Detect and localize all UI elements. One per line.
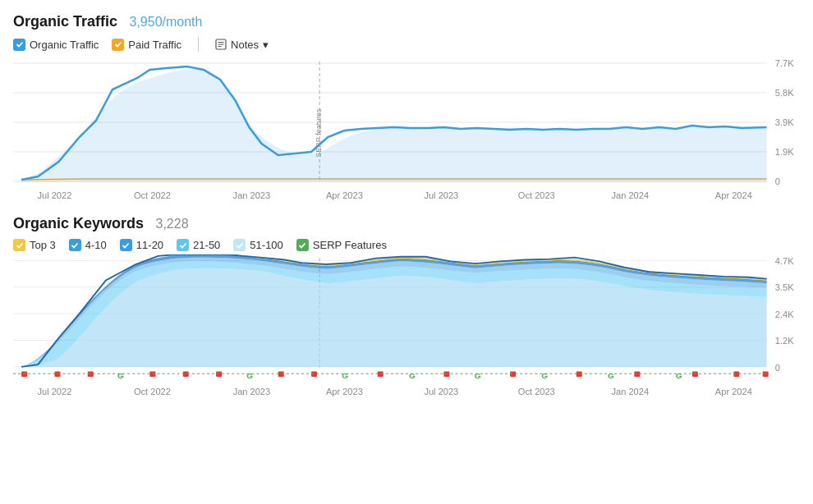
- g-marker-1: G: [117, 371, 124, 380]
- svg-text:Oct 2022: Oct 2022: [134, 190, 171, 200]
- keywords-legend-row: Top 3 4-10 11-20 21-50: [13, 239, 800, 251]
- svg-text:0: 0: [775, 176, 780, 186]
- svg-text:3.5K: 3.5K: [775, 283, 794, 292]
- notes-label: Notes: [231, 39, 259, 51]
- organic-checkbox[interactable]: [13, 39, 25, 51]
- 21-50-label: 21-50: [193, 239, 220, 251]
- svg-text:Oct 2023: Oct 2023: [518, 190, 555, 200]
- top3-checkbox[interactable]: [13, 239, 25, 251]
- organic-traffic-title: Organic Traffic: [13, 13, 117, 30]
- svg-text:Oct 2023: Oct 2023: [518, 387, 555, 396]
- 51-100-legend[interactable]: 51-100: [233, 239, 282, 251]
- organic-label: Organic Traffic: [30, 39, 99, 51]
- paid-label: Paid Traffic: [128, 39, 181, 51]
- svg-text:Jan 2023: Jan 2023: [233, 190, 271, 200]
- svg-text:Jul 2023: Jul 2023: [424, 190, 458, 200]
- g-marker-2: G: [246, 371, 253, 380]
- svg-text:4.7K: 4.7K: [775, 256, 794, 265]
- g-marker-7: G: [608, 371, 614, 380]
- paid-checkbox[interactable]: [112, 39, 124, 51]
- organic-keywords-title: Organic Keywords: [13, 215, 144, 231]
- svg-text:1.9K: 1.9K: [775, 147, 794, 157]
- svg-text:2.4K: 2.4K: [775, 309, 794, 318]
- g-marker-4: G: [409, 371, 416, 380]
- 4-10-legend[interactable]: 4-10: [69, 239, 107, 251]
- svg-text:Jul 2022: Jul 2022: [37, 190, 71, 200]
- svg-text:Apr 2023: Apr 2023: [326, 387, 363, 396]
- serp-features-checkbox[interactable]: [296, 239, 309, 251]
- traffic-chart-svg: 7.7K 5.8K 3.9K 1.9K 0 SERP features Jul …: [13, 55, 800, 207]
- organic-keywords-chart: 4.7K 3.5K 2.4K 1.2K 0: [13, 254, 800, 406]
- 11-20-checkbox[interactable]: [120, 239, 132, 251]
- main-container: Organic Traffic 3,950/month Organic Traf…: [0, 0, 813, 413]
- svg-text:1.2K: 1.2K: [775, 337, 794, 346]
- 4-10-label: 4-10: [85, 239, 107, 251]
- top3-legend[interactable]: Top 3: [13, 239, 56, 251]
- 11-20-label: 11-20: [136, 239, 163, 251]
- top3-label: Top 3: [30, 239, 56, 251]
- svg-text:0: 0: [775, 363, 780, 372]
- g-marker-6: G: [541, 371, 548, 380]
- 21-50-legend[interactable]: 21-50: [177, 239, 220, 251]
- g-marker-5: G: [475, 371, 481, 380]
- organic-traffic-legend[interactable]: Organic Traffic: [13, 39, 99, 51]
- 11-20-legend[interactable]: 11-20: [120, 239, 163, 251]
- 21-50-checkbox[interactable]: [177, 239, 189, 251]
- 51-100-checkbox[interactable]: [233, 239, 246, 251]
- svg-text:Apr 2024: Apr 2024: [715, 190, 752, 200]
- paid-traffic-legend[interactable]: Paid Traffic: [112, 39, 181, 51]
- svg-text:7.7K: 7.7K: [775, 58, 794, 68]
- notes-icon: [215, 39, 227, 50]
- legend-divider: [198, 37, 199, 52]
- g-marker-3: G: [342, 371, 348, 380]
- svg-text:Jan 2024: Jan 2024: [611, 387, 649, 396]
- keywords-chart-svg: 4.7K 3.5K 2.4K 1.2K 0: [13, 254, 800, 406]
- organic-traffic-count: 3,950/month: [130, 15, 203, 29]
- 51-100-label: 51-100: [250, 239, 282, 251]
- organic-traffic-chart: 7.7K 5.8K 3.9K 1.9K 0 SERP features Jul …: [13, 55, 800, 207]
- svg-text:Jul 2022: Jul 2022: [37, 387, 71, 396]
- g-marker-8: G: [676, 371, 682, 380]
- traffic-legend-row: Organic Traffic Paid Traffic Notes ▾: [13, 37, 800, 52]
- svg-text:Oct 2022: Oct 2022: [134, 387, 171, 396]
- 4-10-checkbox[interactable]: [69, 239, 81, 251]
- svg-text:Jan 2024: Jan 2024: [611, 190, 649, 200]
- svg-text:Apr 2023: Apr 2023: [326, 190, 363, 200]
- svg-text:Apr 2024: Apr 2024: [715, 387, 752, 396]
- organic-keywords-section: Organic Keywords 3,228 Top 3 4-10: [13, 215, 800, 406]
- organic-keywords-count: 3,228: [156, 217, 189, 231]
- serp-features-legend[interactable]: SERP Features: [296, 239, 387, 251]
- svg-text:SERP features: SERP features: [315, 108, 323, 158]
- svg-text:3.9K: 3.9K: [775, 117, 794, 127]
- svg-text:5.8K: 5.8K: [775, 88, 794, 98]
- svg-text:Jul 2023: Jul 2023: [424, 387, 458, 396]
- notes-button[interactable]: Notes ▾: [215, 39, 269, 51]
- svg-text:Jan 2023: Jan 2023: [233, 387, 271, 396]
- serp-features-label: SERP Features: [313, 239, 387, 251]
- notes-chevron: ▾: [263, 39, 269, 51]
- organic-traffic-section: Organic Traffic 3,950/month Organic Traf…: [13, 13, 800, 207]
